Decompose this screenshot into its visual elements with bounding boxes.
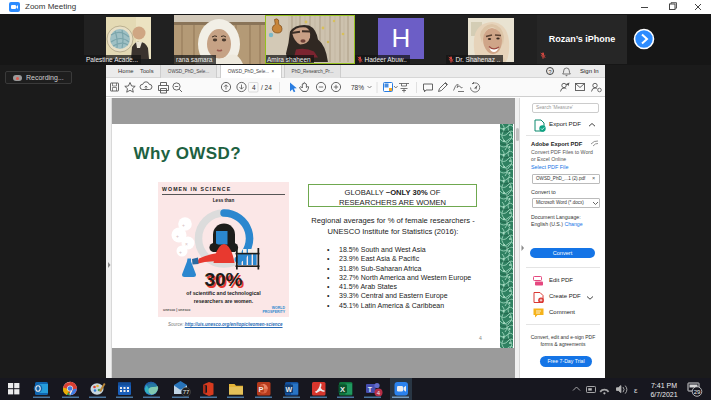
svg-text:/ 24: / 24 — [261, 84, 272, 91]
svg-text:4: 4 — [252, 84, 256, 91]
svg-text:77: 77 — [183, 389, 190, 395]
svg-text:×: × — [185, 241, 188, 247]
svg-text:78%: 78% — [351, 84, 364, 91]
svg-text:W: W — [286, 386, 293, 393]
svg-text:7:41 PM: 7:41 PM — [651, 382, 677, 389]
svg-text:29: 29 — [694, 389, 701, 395]
svg-text:+: + — [179, 249, 182, 255]
svg-text:6/7/2021: 6/7/2021 — [650, 391, 677, 398]
svg-text:ε: ε — [634, 386, 638, 395]
svg-text:X: X — [340, 385, 345, 394]
svg-text:+: + — [182, 222, 185, 228]
svg-text:T: T — [368, 386, 373, 393]
svg-text:P: P — [259, 385, 264, 394]
svg-text:+: + — [176, 233, 179, 239]
